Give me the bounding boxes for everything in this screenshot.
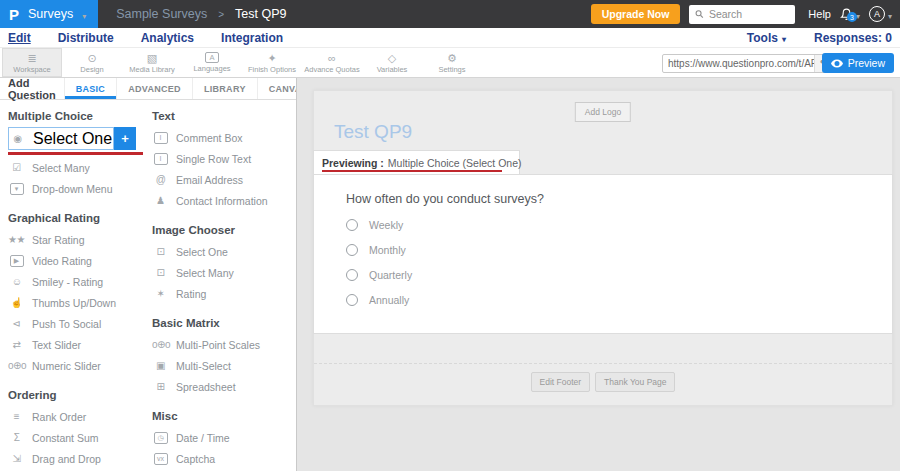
toolbar-item-languages[interactable]: ALanguages [182,48,242,77]
spreadsheet-icon: ⊞ [152,381,169,393]
account-menu[interactable]: A [869,5,892,23]
section-heading-basic-matrix: Basic Matrix [152,317,296,329]
design-icon: ⊙ [87,52,96,64]
chevron-down-icon [888,5,892,23]
survey-url-box: https://www.questionpro.com/t/APNrfZ [662,54,834,73]
add-question-plus-button[interactable]: + [114,127,136,150]
advance-quotas-icon: ∞ [328,52,336,64]
menu-item-edit[interactable]: Edit [8,31,31,45]
question-type-label: Push To Social [32,318,101,330]
toolbar-item-label: Finish Options [248,65,296,74]
question-type-select-many[interactable]: ⊡Select Many [152,262,296,283]
question-type-text-slider[interactable]: ⇄Text Slider [8,334,152,355]
responses-count[interactable]: Responses: 0 [814,31,892,45]
question-type-thumbs-up-down[interactable]: ☝Thumbs Up/Down [8,292,152,313]
select-one-icon: ◉ [9,133,26,145]
surveys-product-menu[interactable]: P Surveys [0,0,98,28]
question-type-star-rating[interactable]: ★★Star Rating [8,229,152,250]
topbar-right: Upgrade Now Help 3 A [591,4,900,24]
question-type-label: Rank Order [32,411,86,423]
question-type-select-many[interactable]: ☑Select Many [8,157,152,178]
menu-item-analytics[interactable]: Analytics [141,31,194,45]
question-type-comment-box[interactable]: IComment Box [152,127,296,148]
question-type-constant-sum[interactable]: ΣConstant Sum [8,427,152,448]
toolbar-item-label: Languages [193,64,230,73]
question-type-spreadsheet[interactable]: ⊞Spreadsheet [152,376,296,397]
tab-advanced[interactable]: ADVANCED [116,78,192,99]
question-text[interactable]: How often do you conduct surveys? [346,192,892,206]
question-type-multi-point-scales[interactable]: o⊕oMulti-Point Scales [152,334,296,355]
question-type-multi-select[interactable]: ▣Multi-Select [152,355,296,376]
toolbar-item-settings[interactable]: ⚙Settings [422,48,482,77]
question-type-video-rating[interactable]: ▶Video Rating [8,250,152,271]
radio-icon[interactable] [346,219,358,231]
tab-library[interactable]: LIBRARY [192,78,257,99]
radio-icon[interactable] [346,294,358,306]
search-input[interactable] [709,8,789,20]
survey-url[interactable]: https://www.questionpro.com/t/APNrfZ [663,58,814,69]
section-heading-text: Text [152,110,296,122]
breadcrumb-survey-name[interactable]: Test QP9 [235,7,286,21]
question-type-label: Numeric Slider [32,360,101,372]
select-many-icon: ☑ [8,162,25,174]
section-heading-misc: Misc [152,410,296,422]
question-type-date-time[interactable]: ◷Date / Time [152,427,296,448]
avatar[interactable]: A [869,6,885,22]
search-box[interactable] [689,5,795,24]
multi-select-icon: ▣ [152,360,169,372]
toolbar-item-media-library[interactable]: ▧Media Library [122,48,182,77]
tab-basic[interactable]: BASIC [64,78,117,99]
upgrade-now-button[interactable]: Upgrade Now [591,4,681,24]
answer-option-monthly[interactable]: Monthly [346,244,892,256]
smiley-rating-icon: ☺ [8,276,25,288]
toolbar-item-advance-quotas[interactable]: ∞Advance Quotas [302,48,362,77]
media-library-icon: ▧ [147,52,157,64]
question-type-drop-down-menu[interactable]: ▾Drop-down Menu [8,178,152,199]
edit-footer-button[interactable]: Edit Footer [531,372,591,392]
toolbar-item-label: Variables [377,65,408,74]
add-logo-button[interactable]: Add Logo [575,102,631,122]
question-type-push-to-social[interactable]: ⊲Push To Social [8,313,152,334]
top-bar: P Surveys Sample Surveys > Test QP9 Upgr… [0,0,900,28]
question-type-select-one-selected[interactable]: ◉Select One+ [8,127,152,150]
notifications-button[interactable]: 3 [840,5,860,23]
question-type-label: Smiley - Rating [32,276,103,288]
comment-box-icon: I [154,132,168,144]
section-heading-multiple-choice: Multiple Choice [8,110,152,122]
answer-option-weekly[interactable]: Weekly [346,219,892,231]
toolbar-item-label: Settings [438,65,465,74]
breadcrumb-folder[interactable]: Sample Surveys [116,7,207,21]
menu-item-integration[interactable]: Integration [221,31,283,45]
question-type-smiley-rating[interactable]: ☺Smiley - Rating [8,271,152,292]
answer-option-quarterly[interactable]: Quarterly [346,269,892,281]
survey-title[interactable]: Test QP9 [334,121,412,143]
toolbar-item-finish-options[interactable]: ✦Finish Options [242,48,302,77]
toolbar-item-variables[interactable]: ◇Variables [362,48,422,77]
question-type-email-address[interactable]: @Email Address [152,169,296,190]
radio-icon[interactable] [346,269,358,281]
selected-question-type[interactable]: ◉Select One [8,127,114,150]
question-type-captcha[interactable]: vxCaptcha [152,448,296,469]
selected-underline [8,152,143,155]
menu-item-distribute[interactable]: Distribute [58,31,114,45]
question-type-select-one[interactable]: ⊡Select One [152,241,296,262]
answer-option-annually[interactable]: Annually [346,294,892,306]
tab-canvas[interactable]: CANVAS [257,78,297,99]
question-type-drag-and-drop[interactable]: ⇲Drag and Drop [8,448,152,469]
tools-menu[interactable]: Tools [747,31,786,45]
preview-button[interactable]: Preview [822,53,894,73]
toolbar-item-workspace[interactable]: ≣Workspace [2,48,62,77]
text-slider-icon: ⇄ [8,339,25,351]
rank-order-icon: ≡ [8,411,25,423]
toolbar-item-design[interactable]: ⊙Design [62,48,122,77]
question-type-rank-order[interactable]: ≡Rank Order [8,406,152,427]
question-type-numeric-slider[interactable]: o⊕oNumeric Slider [8,355,152,376]
star-rating-icon: ★★ [8,234,25,246]
question-type-single-row-text[interactable]: ISingle Row Text [152,148,296,169]
question-type-contact-information[interactable]: ♟Contact Information [152,190,296,211]
question-type-rating[interactable]: ✶Rating [152,283,296,304]
thank-you-page-button[interactable]: Thank You Page [595,372,675,392]
radio-icon[interactable] [346,244,358,256]
help-link[interactable]: Help [808,8,831,20]
question-type-list: Multiple Choice◉Select One+☑Select Many▾… [0,100,296,471]
